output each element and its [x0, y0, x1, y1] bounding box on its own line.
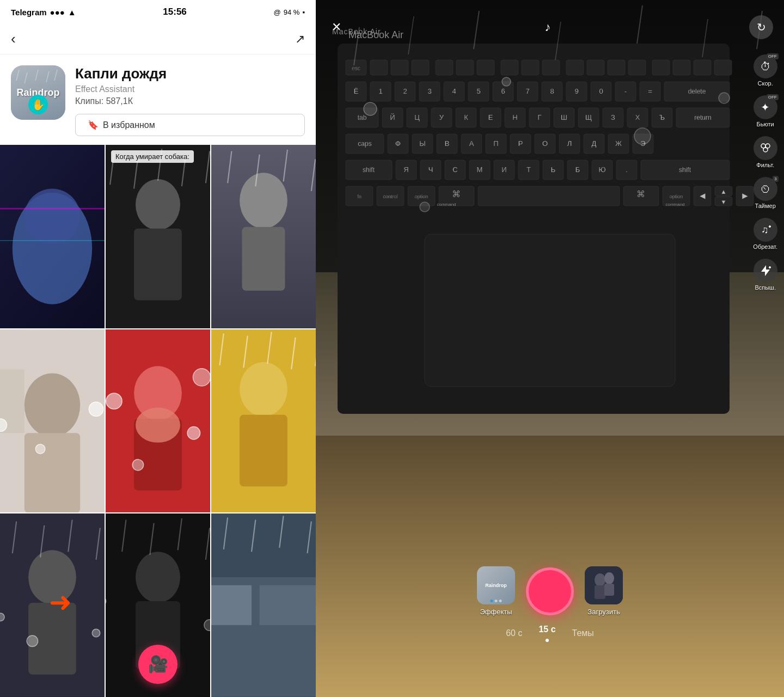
svg-text:◀: ◀ [700, 191, 706, 200]
grid-cell-2[interactable]: Когда умирает собака: [106, 145, 210, 328]
music-note-icon: ♪ [545, 20, 551, 34]
fav-label: В избранном [103, 120, 155, 130]
duration-15[interactable]: 15 с [538, 625, 555, 634]
grid-cell-8[interactable]: 🎥 [106, 513, 210, 697]
grid-cell-6[interactable] [211, 329, 316, 513]
svg-text:shift: shift [363, 166, 375, 174]
svg-text:6: 6 [501, 87, 505, 95]
svg-text:-: - [624, 87, 627, 95]
svg-text:▼: ▼ [720, 198, 727, 206]
svg-text:caps: caps [358, 140, 371, 148]
svg-text:9: 9 [574, 87, 578, 95]
svg-point-246 [763, 148, 768, 152]
svg-text:Щ: Щ [585, 113, 592, 121]
timer-control[interactable]: ⏲ 3 Таймер [754, 177, 777, 209]
duration-themes[interactable]: Темы [572, 628, 594, 638]
share-button[interactable]: ↗ [295, 32, 305, 46]
svg-rect-75 [260, 585, 316, 625]
upload-label: Загрузить [587, 608, 620, 616]
svg-text:Ь: Ь [551, 166, 556, 174]
grid-cell-4[interactable] [0, 329, 105, 513]
camera-record-button[interactable] [526, 567, 574, 615]
favorite-button[interactable]: 🔖 В избранном [75, 114, 305, 136]
svg-rect-89 [412, 60, 429, 75]
right-panel: MacBook Air esc [316, 0, 784, 697]
svg-text:В: В [445, 139, 450, 148]
svg-text:⌘: ⌘ [636, 189, 645, 199]
camera-flip-button[interactable]: ↻ [749, 15, 773, 39]
svg-text:Т: Т [526, 166, 531, 174]
camera-top-bar: ✕ ♪ ↻ [316, 0, 784, 44]
svg-point-39 [187, 426, 200, 439]
svg-rect-90 [436, 60, 453, 75]
svg-rect-93 [501, 60, 518, 75]
back-button[interactable]: ‹ [11, 30, 16, 47]
camera-close-button[interactable]: ✕ [327, 17, 346, 37]
svg-text:А: А [469, 139, 474, 148]
svg-rect-102 [694, 60, 711, 75]
svg-text:Я: Я [403, 166, 408, 174]
svg-text:option: option [670, 194, 683, 199]
svg-text:Ж: Ж [615, 139, 622, 148]
arrow-indicator: ➜ [49, 586, 72, 618]
filter-control[interactable]: Фильт. [754, 136, 777, 168]
svg-point-233 [502, 77, 511, 86]
svg-line-3 [46, 71, 49, 82]
svg-rect-256 [604, 584, 614, 596]
beauty-control[interactable]: ✦ OFF Бьюти [754, 95, 777, 127]
svg-point-232 [364, 102, 377, 115]
svg-text:С: С [452, 166, 457, 174]
svg-line-2 [35, 70, 38, 81]
svg-text:▲: ▲ [720, 188, 727, 195]
svg-text:5: 5 [476, 87, 480, 95]
beauty-icon: ✦ OFF [754, 95, 777, 119]
svg-point-37 [136, 407, 180, 442]
upload-button[interactable]: Загрузить [585, 566, 623, 616]
close-x-icon: ✕ [332, 20, 341, 34]
flash-label: Вспыш. [755, 284, 776, 291]
flash-control[interactable]: Вспыш. [754, 259, 777, 291]
timer-label: Таймер [755, 203, 776, 209]
svg-rect-12 [134, 229, 182, 301]
svg-point-11 [136, 179, 180, 230]
duration-60[interactable]: 60 с [506, 628, 522, 638]
svg-rect-103 [714, 60, 732, 75]
svg-text:Ш: Ш [561, 113, 567, 121]
grid-cell-5[interactable] [106, 329, 210, 513]
svg-text:delete: delete [688, 88, 706, 95]
svg-text:Е: Е [488, 113, 493, 121]
grid-cell-9[interactable] [211, 513, 316, 697]
svg-rect-88 [391, 60, 408, 75]
svg-point-253 [595, 573, 605, 586]
svg-text:0: 0 [599, 87, 603, 95]
upload-thumbnail [585, 566, 623, 604]
svg-rect-87 [370, 60, 388, 75]
svg-point-60 [27, 635, 38, 646]
svg-point-28 [24, 373, 80, 437]
svg-text:Ц: Ц [414, 113, 420, 121]
camera-music-button[interactable]: ♪ [538, 17, 558, 37]
effect-author: Effect Assistant [75, 84, 305, 94]
timer-badge: 3 [773, 176, 778, 182]
trim-control[interactable]: ♫ Обрезат. [753, 218, 777, 250]
grid-cell-1[interactable] [0, 145, 105, 328]
grid-cell-3[interactable] [211, 145, 316, 328]
svg-text:П: П [493, 139, 498, 148]
svg-text:esc: esc [352, 65, 360, 71]
camera-main-row: Raindrop Эффекты [316, 566, 784, 616]
effects-button[interactable]: Raindrop Эффекты [477, 566, 515, 616]
svg-text:Ф: Ф [395, 139, 401, 148]
svg-rect-99 [628, 60, 646, 75]
svg-rect-74 [211, 585, 252, 625]
speed-control[interactable]: ⏱ OFF Скор. [754, 54, 777, 87]
record-button[interactable]: 🎥 [138, 645, 177, 684]
svg-point-7 [24, 189, 80, 244]
svg-text:Х: Х [635, 113, 640, 121]
svg-point-234 [634, 128, 651, 144]
beauty-label: Бьюти [757, 121, 774, 127]
svg-rect-98 [608, 60, 625, 75]
svg-point-32 [35, 444, 45, 454]
record-icon: 🎥 [148, 655, 168, 674]
svg-text:Ё: Ё [354, 87, 359, 95]
filter-icon [754, 136, 777, 160]
